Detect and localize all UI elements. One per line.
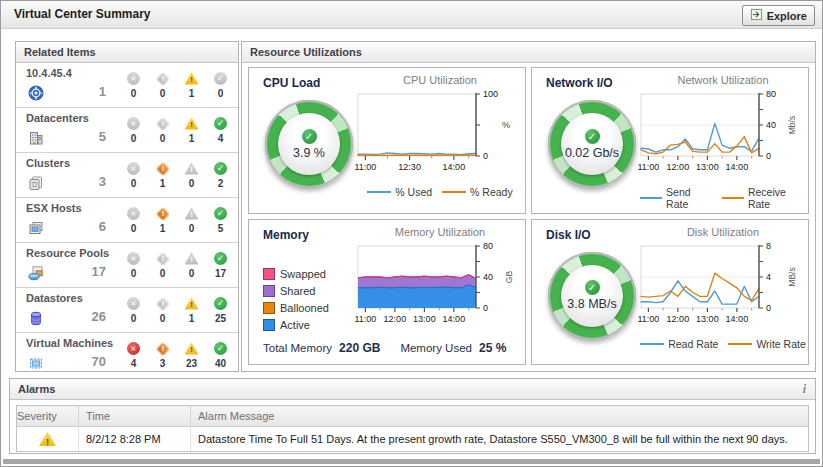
status-group: 4 3 23 40 — [119, 342, 235, 369]
title-bar: Virtual Center Summary Explore — [1, 1, 822, 29]
disk-io-title: Disk I/O — [546, 228, 591, 242]
warning-icon[interactable] — [185, 252, 199, 265]
cpu-chart-legend: % Used% Ready — [367, 186, 512, 198]
fatal-icon[interactable] — [127, 72, 140, 85]
virtual-machine-icon — [28, 355, 44, 371]
legend-line-swatch — [640, 343, 664, 345]
svg-text:0: 0 — [766, 151, 771, 161]
critical-icon[interactable] — [155, 206, 169, 220]
related-item-row-esx-hosts[interactable]: ESX Hosts 6 0 1 0 5 — [16, 198, 238, 243]
svg-text:11:00: 11:00 — [354, 162, 376, 172]
cpu-quadrant: CPU Load ✓ 3.9 % CPU Utilization 010011:… — [248, 67, 526, 214]
memory-utilization-chart: Memory Utilization 0408011:0012:0013:001… — [357, 226, 523, 337]
item-label: Datastores — [26, 292, 83, 304]
memory-chart-svg: 0408011:0012:0013:0014:00GB — [354, 241, 526, 337]
warning-icon[interactable] — [185, 162, 199, 175]
related-items-panel: Related Items 10.4.45.4 1 0 0 1 0 Datace… — [15, 41, 239, 372]
svg-text:40: 40 — [483, 272, 493, 282]
critical-icon[interactable] — [155, 71, 169, 85]
item-label: Resource Pools — [26, 247, 109, 259]
fatal-icon[interactable] — [127, 342, 140, 355]
network-utilization-chart: Network Utilization 0408011:0012:0013:00… — [640, 74, 806, 210]
critical-icon[interactable] — [155, 341, 169, 355]
svg-text:13:00: 13:00 — [696, 314, 719, 324]
svg-text:12:30: 12:30 — [398, 162, 421, 172]
warning-icon[interactable] — [185, 117, 199, 130]
normal-icon[interactable] — [214, 297, 227, 310]
normal-count: 17 — [215, 268, 226, 279]
explore-button[interactable]: Explore — [742, 5, 815, 26]
explore-icon — [750, 8, 763, 23]
alarm-table: Severity Time Alarm Message 8/2/12 8:28 … — [16, 405, 809, 452]
normal-count: 25 — [215, 313, 226, 324]
warning-icon[interactable] — [185, 297, 199, 310]
critical-icon[interactable] — [155, 251, 169, 265]
cpu-load-gauge: ✓ 3.9 % — [265, 100, 353, 188]
cpu-gauge-value: 3.9 % — [293, 146, 325, 160]
disk-quadrant: Disk I/O ✓ 3.8 MB/s Disk Utilization 048… — [531, 219, 809, 366]
normal-icon[interactable] — [214, 162, 227, 175]
column-alarm-message: Alarm Message — [191, 406, 808, 426]
related-item-row-datastores[interactable]: Datastores 26 0 0 1 25 — [16, 288, 238, 333]
legend-line-swatch — [442, 191, 466, 193]
related-item-row-resource-pools[interactable]: Resource Pools 17 0 0 0 17 — [16, 243, 238, 288]
normal-icon[interactable] — [214, 207, 227, 220]
svg-text:0: 0 — [766, 303, 771, 313]
fatal-count: 0 — [131, 178, 137, 189]
related-item-row-datacenters[interactable]: Datacenters 5 0 0 1 4 — [16, 108, 238, 153]
related-items-header: Related Items — [16, 42, 238, 63]
related-item-row-clusters[interactable]: Clusters 3 0 1 0 2 — [16, 153, 238, 198]
network-io-title: Network I/O — [546, 76, 613, 90]
related-item-row-virtual-machines[interactable]: Virtual Machines 70 4 3 23 40 — [16, 333, 238, 377]
critical-count: 0 — [160, 268, 166, 279]
legend-color-swatch — [263, 319, 275, 331]
disk-chart-legend: Read RateWrite Rate — [640, 338, 806, 350]
warning-icon[interactable] — [185, 342, 199, 355]
normal-icon[interactable] — [214, 72, 227, 85]
legend-color-swatch — [263, 285, 275, 297]
svg-text:0: 0 — [483, 303, 488, 313]
alarm-message: Datastore Time To Full 51 Days. At the p… — [191, 427, 808, 451]
page-title: Virtual Center Summary — [14, 1, 151, 28]
svg-text:14:00: 14:00 — [726, 162, 749, 172]
critical-icon[interactable] — [155, 116, 169, 130]
warning-icon[interactable] — [185, 72, 199, 85]
network-chart-svg: 0408011:0012:0013:0014:00Mb/s — [637, 89, 809, 185]
alarm-row[interactable]: 8/2/12 8:28 PM Datastore Time To Full 51… — [17, 427, 808, 451]
svg-text:13:00: 13:00 — [696, 162, 719, 172]
memory-legend-item: Active — [263, 319, 329, 331]
network-quadrant: Network I/O ✓ 0.02 Gb/s Network Utilizat… — [531, 67, 809, 214]
critical-count: 1 — [160, 223, 166, 234]
svg-text:4: 4 — [766, 272, 771, 282]
fatal-icon[interactable] — [127, 162, 140, 175]
memory-legend: SwappedSharedBalloonedActive — [263, 268, 329, 331]
svg-text:11:00: 11:00 — [637, 162, 659, 172]
fatal-icon[interactable] — [127, 297, 140, 310]
alarms-header-label: Alarms — [18, 383, 55, 395]
disk-chart-svg: 04811:0012:0013:0014:00MB/s — [637, 241, 809, 337]
status-group: 0 0 1 25 — [119, 297, 235, 324]
warning-icon[interactable] — [185, 207, 199, 220]
normal-icon[interactable] — [214, 252, 227, 265]
legend-item: % Ready — [442, 186, 513, 198]
critical-icon[interactable] — [155, 161, 169, 175]
normal-count: 5 — [218, 223, 224, 234]
fatal-icon[interactable] — [127, 117, 140, 130]
related-item-row-vcenter[interactable]: 10.4.45.4 1 0 0 1 0 — [16, 63, 238, 108]
critical-count: 0 — [160, 133, 166, 144]
fatal-count: 0 — [131, 133, 137, 144]
normal-icon[interactable] — [214, 342, 227, 355]
svg-text:12:00: 12:00 — [667, 162, 690, 172]
fatal-icon[interactable] — [127, 252, 140, 265]
resource-utilizations-panel: Resource Utilizations CPU Load ✓ 3.9 % C… — [241, 41, 816, 372]
critical-icon[interactable] — [155, 296, 169, 310]
resource-pool-icon — [28, 265, 44, 281]
info-icon[interactable]: i — [803, 379, 806, 399]
chart-title: CPU Utilization — [403, 74, 477, 89]
fatal-icon[interactable] — [127, 207, 140, 220]
normal-icon[interactable] — [214, 117, 227, 130]
network-io-gauge: ✓ 0.02 Gb/s — [548, 100, 636, 188]
warning-count: 0 — [189, 223, 195, 234]
svg-text:GB: GB — [504, 270, 514, 283]
datacenter-icon — [28, 130, 44, 146]
